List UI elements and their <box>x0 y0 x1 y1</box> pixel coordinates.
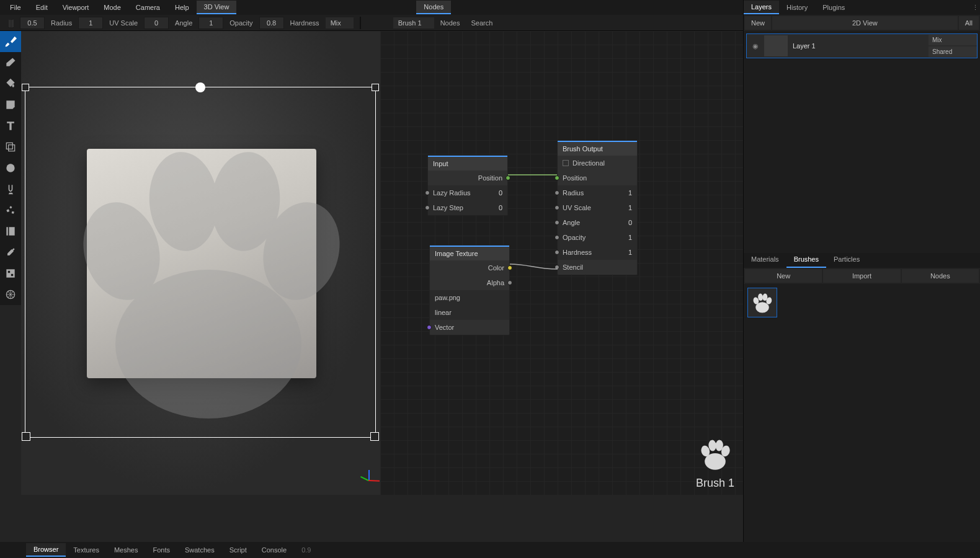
tab-nodes[interactable]: Nodes <box>416 1 451 14</box>
angle-field[interactable]: 1 <box>198 17 223 29</box>
blend-dropdown[interactable]: Mix <box>326 17 354 29</box>
uvscale-label: UV Scale <box>104 17 143 29</box>
tab-brushes[interactable]: Brushes <box>786 253 826 268</box>
node-output-opacity[interactable]: Opacity1 <box>558 230 637 245</box>
value-field[interactable]: 0.5 <box>20 17 45 29</box>
tabs-more-icon[interactable]: ⋮ <box>970 4 980 12</box>
radius-label: Radius <box>46 17 77 29</box>
layer-blend-dropdown[interactable]: Mix <box>929 35 977 45</box>
node-input-header[interactable]: Input <box>428 156 507 170</box>
layer-name[interactable]: Layer 1 <box>793 42 929 50</box>
angle-label: Angle <box>170 17 197 29</box>
tab-textures[interactable]: Textures <box>66 544 107 556</box>
library-tabs: Materials Brushes Particles <box>744 253 980 268</box>
svg-rect-8 <box>11 274 13 276</box>
tab-3dview[interactable]: 3D View <box>197 1 237 14</box>
3d-viewport[interactable] <box>21 31 380 495</box>
layer-visibility-icon[interactable]: ◉ <box>747 42 764 50</box>
tab-layers[interactable]: Layers <box>744 1 779 14</box>
eraser-tool[interactable] <box>0 52 21 73</box>
layers-new-button[interactable]: New <box>745 16 771 30</box>
brush-tool[interactable] <box>0 31 21 52</box>
brushes-import-button[interactable]: Import <box>823 269 900 283</box>
brushes-nodes-button[interactable]: Nodes <box>902 269 979 283</box>
menu-mode[interactable]: Mode <box>96 1 128 14</box>
right-panel: Layers History Plugins ⋮ New 2D View All… <box>743 0 980 558</box>
layers-2dview-button[interactable]: 2D View <box>772 16 958 30</box>
layers-actions: New 2D View All <box>744 15 980 31</box>
tab-console[interactable]: Console <box>254 544 294 556</box>
tab-fonts[interactable]: Fonts <box>145 544 177 556</box>
node-brush-output[interactable]: Brush Output Directional Position Radius… <box>557 140 638 275</box>
svg-rect-7 <box>8 271 10 273</box>
menu-viewport[interactable]: Viewport <box>55 1 97 14</box>
node-output-angle[interactable]: Angle0 <box>558 215 637 230</box>
node-image-texture[interactable]: Image Texture Color Alpha paw.png linear… <box>429 245 510 335</box>
node-output-stencil: Stencil <box>558 260 637 275</box>
opacity-label: Opacity <box>225 17 257 29</box>
tab-plugins[interactable]: Plugins <box>815 1 852 14</box>
stencil-overlay <box>53 105 363 446</box>
svg-rect-6 <box>6 269 14 277</box>
node-input-lazystep[interactable]: Lazy Step0 <box>428 200 507 215</box>
brush-grid <box>744 284 980 321</box>
tab-materials[interactable]: Materials <box>744 253 786 268</box>
node-imgtex-filter[interactable]: linear <box>430 305 509 320</box>
brush-item[interactable] <box>747 288 777 317</box>
tab-browser[interactable]: Browser <box>26 543 66 557</box>
picker-tool[interactable] <box>0 242 21 263</box>
right-tabs: Layers History Plugins ⋮ <box>744 0 980 15</box>
tab-swatches[interactable]: Swatches <box>177 544 222 556</box>
bottom-bar: Browser Textures Meshes Fonts Swatches S… <box>0 542 980 558</box>
search-button[interactable]: Search <box>466 17 497 29</box>
opacity-field[interactable]: 0.8 <box>259 17 284 29</box>
decal-tool[interactable] <box>0 94 21 115</box>
node-output-hardness[interactable]: Hardness1 <box>558 245 637 260</box>
brushes-new-button[interactable]: New <box>745 269 822 283</box>
node-imgtex-color: Color <box>430 260 509 275</box>
layer-row[interactable]: ◉ Layer 1 Mix Shared <box>746 33 978 58</box>
node-input[interactable]: Input Position Lazy Radius0 Lazy Step0 <box>427 155 508 216</box>
smudge-tool[interactable] <box>0 179 21 200</box>
layer-thumbnail[interactable] <box>764 35 788 56</box>
node-imgtex-vector: Vector <box>430 320 509 335</box>
node-output-header[interactable]: Brush Output <box>558 141 637 156</box>
node-output-radius[interactable]: Radius1 <box>558 185 637 200</box>
node-output-directional[interactable]: Directional <box>558 156 637 170</box>
menu-camera[interactable]: Camera <box>128 1 167 14</box>
node-imgtex-alpha: Alpha <box>430 275 509 290</box>
node-output-uvscale[interactable]: UV Scale1 <box>558 200 637 215</box>
node-imgtex-file[interactable]: paw.png <box>430 290 509 305</box>
node-editor[interactable]: Input Position Lazy Radius0 Lazy Step0 I… <box>380 31 743 495</box>
node-imgtex-header[interactable]: Image Texture <box>430 246 509 260</box>
tab-history[interactable]: History <box>779 1 815 14</box>
tab-meshes[interactable]: Meshes <box>107 544 146 556</box>
radius-field[interactable]: 1 <box>78 17 103 29</box>
uvscale-field[interactable]: 0 <box>144 17 169 29</box>
menu-file[interactable]: File <box>2 1 29 14</box>
svg-point-5 <box>6 164 14 172</box>
tab-script[interactable]: Script <box>222 544 254 556</box>
left-toolbar <box>0 31 21 305</box>
brush-preview: Brush 1 <box>696 436 734 490</box>
blur-tool[interactable] <box>0 157 21 179</box>
particle-tool[interactable] <box>0 200 21 221</box>
text-tool[interactable] <box>0 115 21 136</box>
menu-help[interactable]: Help <box>167 1 197 14</box>
tab-particles[interactable]: Particles <box>826 253 867 268</box>
node-input-position: Position <box>428 170 507 185</box>
menu-edit[interactable]: Edit <box>29 1 55 14</box>
brush-preview-label: Brush 1 <box>696 477 734 490</box>
bake-tool[interactable] <box>0 221 21 242</box>
nodes-button[interactable]: Nodes <box>435 17 465 29</box>
material-tool[interactable] <box>0 284 21 305</box>
colorid-tool[interactable] <box>0 263 21 284</box>
clone-tool[interactable] <box>0 136 21 157</box>
brush-preset-icon[interactable]: ░ <box>4 17 19 29</box>
brush-dropdown[interactable]: Brush 1 <box>393 17 434 29</box>
node-input-lazyradius[interactable]: Lazy Radius0 <box>428 185 507 200</box>
layer-shared-dropdown[interactable]: Shared <box>929 46 977 57</box>
stencil-rotate-handle[interactable] <box>195 82 205 92</box>
fill-tool[interactable] <box>0 73 21 94</box>
layers-all-button[interactable]: All <box>959 16 979 30</box>
